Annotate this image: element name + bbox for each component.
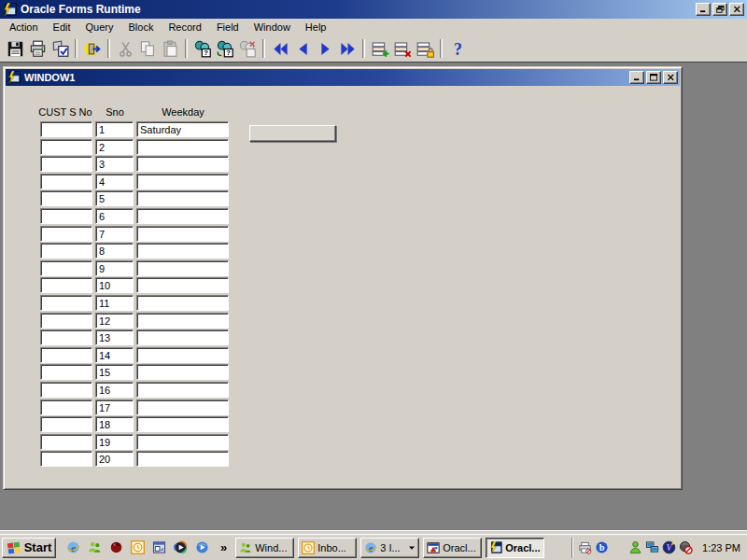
- sno-field-row-17[interactable]: 17: [95, 399, 134, 415]
- sno-field-row-15[interactable]: 15: [95, 364, 134, 380]
- menu-item-action[interactable]: Action: [2, 20, 46, 35]
- sno-field-row-16[interactable]: 16: [95, 382, 134, 398]
- cust-s-no-field-row-9[interactable]: [40, 260, 92, 276]
- tray-clock-icon[interactable]: [612, 540, 626, 554]
- blank-button[interactable]: [249, 125, 336, 142]
- weekday-field-row-3[interactable]: [136, 156, 229, 172]
- dropdown-arrow-icon[interactable]: [408, 542, 416, 553]
- sno-field-row-8[interactable]: 8: [95, 243, 134, 259]
- weekday-field-row-7[interactable]: [136, 226, 229, 242]
- weekday-field-row-18[interactable]: [136, 416, 229, 432]
- task-button-4[interactable]: Oracl...: [423, 538, 482, 558]
- weekday-field-row-5[interactable]: [136, 190, 229, 206]
- cust-s-no-field-row-7[interactable]: [40, 226, 92, 242]
- restore-button[interactable]: [712, 3, 727, 16]
- weekday-field-row-17[interactable]: [136, 399, 229, 415]
- tray-network-icon[interactable]: [645, 540, 659, 554]
- start-button[interactable]: Start: [2, 538, 56, 558]
- tray-mute-icon[interactable]: [679, 540, 693, 554]
- cust-s-no-field-row-5[interactable]: [40, 190, 92, 206]
- media-player-icon[interactable]: [174, 540, 188, 554]
- sno-field-row-19[interactable]: 19: [95, 434, 134, 450]
- menu-item-query[interactable]: Query: [78, 20, 121, 35]
- menu-item-field[interactable]: Field: [209, 20, 247, 35]
- weekday-field-row-6[interactable]: [136, 208, 229, 224]
- window1-close-button[interactable]: [663, 71, 678, 84]
- cust-s-no-field-row-16[interactable]: [40, 382, 92, 398]
- weekday-field-row-8[interactable]: [136, 243, 229, 259]
- outlook-icon[interactable]: [152, 540, 166, 554]
- task-button-2[interactable]: Inbo...: [298, 538, 357, 558]
- insert-record-button[interactable]: [369, 37, 391, 60]
- sno-field-row-11[interactable]: 11: [95, 295, 134, 311]
- tray-person-icon[interactable]: [628, 540, 642, 554]
- weekday-field-row-20[interactable]: [136, 451, 229, 467]
- weekday-field-row-10[interactable]: [136, 277, 229, 293]
- menu-item-edit[interactable]: Edit: [46, 20, 78, 35]
- cust-s-no-field-row-17[interactable]: [40, 399, 92, 415]
- red-ball-icon[interactable]: [109, 540, 123, 554]
- sno-field-row-1[interactable]: 1: [95, 121, 134, 137]
- cust-s-no-field-row-12[interactable]: [40, 313, 92, 329]
- cust-s-no-field-row-6[interactable]: [40, 208, 92, 224]
- tray-printer-icon[interactable]: [578, 540, 592, 554]
- task-button-3[interactable]: e3 I...: [360, 538, 419, 558]
- sno-field-row-7[interactable]: 7: [95, 226, 134, 242]
- weekday-field-row-11[interactable]: [136, 295, 229, 311]
- remove-record-button[interactable]: [391, 37, 414, 60]
- sno-field-row-14[interactable]: 14: [95, 347, 134, 363]
- window1-minimize-button[interactable]: [629, 71, 644, 84]
- next-block-button[interactable]: [336, 37, 359, 60]
- app-titlebar[interactable]: Oracle Forms Runtime: [0, 0, 747, 19]
- weekday-field-row-15[interactable]: [136, 364, 229, 380]
- close-button[interactable]: [729, 3, 744, 16]
- sno-field-row-5[interactable]: 5: [95, 190, 134, 206]
- window1-titlebar[interactable]: WINDOW1: [6, 69, 680, 86]
- sno-field-row-3[interactable]: 3: [95, 156, 134, 172]
- sno-field-row-4[interactable]: 4: [95, 174, 134, 189]
- sno-field-row-18[interactable]: 18: [95, 416, 134, 432]
- cust-s-no-field-row-18[interactable]: [40, 416, 92, 432]
- task-button-5[interactable]: Oracl...: [486, 538, 544, 558]
- weekday-field-row-9[interactable]: [136, 260, 229, 276]
- sno-field-row-10[interactable]: 10: [95, 277, 134, 293]
- next-record-button[interactable]: [314, 37, 336, 60]
- save-button[interactable]: [4, 37, 26, 60]
- previous-block-button[interactable]: [269, 37, 291, 60]
- weekday-field-row-1[interactable]: Saturday: [136, 121, 229, 137]
- print-check-button[interactable]: [49, 37, 71, 60]
- cust-s-no-field-row-10[interactable]: [40, 277, 92, 293]
- exit-button[interactable]: [81, 37, 104, 60]
- messenger-icon[interactable]: [88, 540, 102, 554]
- tray-v-icon[interactable]: V: [662, 540, 676, 554]
- cust-s-no-field-row-1[interactable]: [40, 121, 92, 137]
- cust-s-no-field-row-14[interactable]: [40, 347, 92, 363]
- weekday-field-row-19[interactable]: [136, 434, 229, 450]
- menu-item-window[interactable]: Window: [247, 20, 298, 35]
- sno-field-row-20[interactable]: 20: [95, 451, 134, 467]
- menu-item-help[interactable]: Help: [298, 20, 334, 35]
- cust-s-no-field-row-13[interactable]: [40, 329, 92, 345]
- weekday-field-row-13[interactable]: [136, 329, 229, 345]
- enter-query-button[interactable]: ?: [191, 37, 214, 60]
- window1-maximize-button[interactable]: [646, 71, 661, 84]
- cust-s-no-field-row-3[interactable]: [40, 156, 92, 172]
- sno-field-row-2[interactable]: 2: [95, 139, 134, 155]
- menu-item-block[interactable]: Block: [121, 20, 162, 35]
- cust-s-no-field-row-15[interactable]: [40, 364, 92, 380]
- cust-s-no-field-row-20[interactable]: [40, 451, 92, 467]
- cust-s-no-field-row-2[interactable]: [40, 139, 92, 155]
- weekday-field-row-16[interactable]: [136, 382, 229, 398]
- sno-field-row-6[interactable]: 6: [95, 208, 134, 224]
- sno-field-row-13[interactable]: 13: [95, 329, 134, 345]
- clock-app-icon[interactable]: [131, 540, 145, 554]
- quick-launch-overflow-chevron[interactable]: »: [220, 540, 227, 554]
- weekday-field-row-2[interactable]: [136, 139, 229, 155]
- cust-s-no-field-row-19[interactable]: [40, 434, 92, 450]
- task-button-1[interactable]: Wind...: [235, 538, 294, 558]
- weekday-field-row-4[interactable]: [136, 174, 229, 189]
- ie-icon[interactable]: e: [66, 540, 80, 554]
- play-blue-icon[interactable]: [195, 540, 209, 554]
- sno-field-row-9[interactable]: 9: [95, 260, 134, 276]
- cust-s-no-field-row-4[interactable]: [40, 174, 92, 189]
